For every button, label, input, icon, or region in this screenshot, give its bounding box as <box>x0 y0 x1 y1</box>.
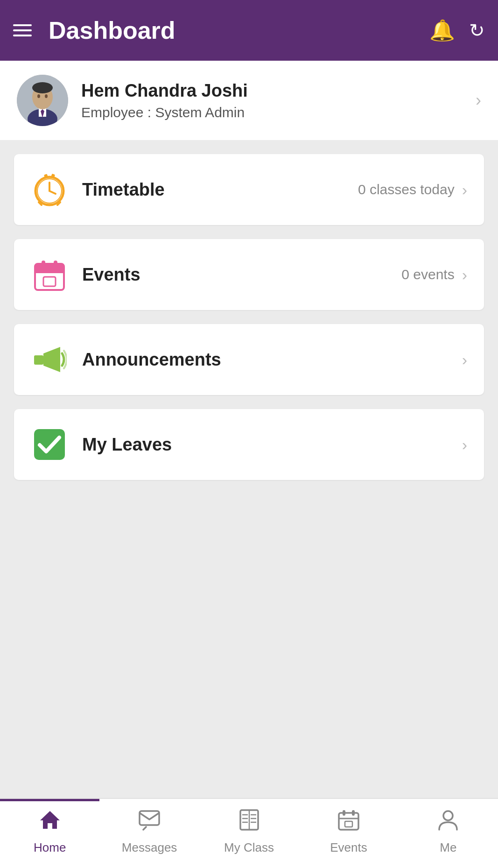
nav-item-me[interactable]: Me <box>399 799 498 868</box>
events-card[interactable]: Events 0 events › <box>14 239 484 310</box>
announcements-icon <box>31 341 68 378</box>
header-icons: 🔔 ↻ <box>429 18 485 42</box>
timetable-info: 0 classes today <box>358 182 455 198</box>
my-leaves-chevron-icon: › <box>462 436 467 454</box>
nav-my-class-label: My Class <box>224 840 274 855</box>
nav-home-label: Home <box>34 840 66 855</box>
announcements-label: Announcements <box>82 350 455 370</box>
announcements-card[interactable]: Announcements › <box>14 324 484 395</box>
home-icon <box>39 809 61 836</box>
my-leaves-card[interactable]: My Leaves › <box>14 409 484 480</box>
svg-point-7 <box>45 94 48 98</box>
nav-messages-label: Messages <box>122 840 177 855</box>
nav-item-messages[interactable]: Messages <box>99 799 199 868</box>
user-profile-card[interactable]: Hem Chandra Joshi Employee : System Admi… <box>0 61 498 140</box>
timetable-card[interactable]: Timetable 0 classes today › <box>14 154 484 225</box>
profile-chevron-icon: › <box>476 91 481 110</box>
nav-events-label: Events <box>330 840 367 855</box>
svg-rect-22 <box>34 355 43 365</box>
events-label: Events <box>82 265 401 285</box>
notification-bell-icon[interactable]: 🔔 <box>429 18 455 42</box>
nav-me-label: Me <box>440 840 456 855</box>
timetable-label: Timetable <box>82 180 358 200</box>
events-chevron-icon: › <box>462 266 467 284</box>
events-nav-icon <box>338 809 359 836</box>
messages-icon <box>139 809 160 836</box>
svg-rect-20 <box>54 261 57 268</box>
app-header: Dashboard 🔔 ↻ <box>0 0 498 61</box>
svg-rect-19 <box>42 261 45 268</box>
svg-marker-25 <box>40 811 60 829</box>
svg-rect-40 <box>345 821 352 827</box>
main-content: Timetable 0 classes today › Events 0 eve… <box>0 140 498 494</box>
my-leaves-icon <box>31 426 68 463</box>
bottom-navigation: Home Messages <box>0 798 498 868</box>
nav-item-events[interactable]: Events <box>299 799 398 868</box>
svg-rect-37 <box>343 810 345 816</box>
svg-point-41 <box>443 811 453 820</box>
svg-point-6 <box>37 94 40 98</box>
my-leaves-label: My Leaves <box>82 435 455 455</box>
svg-marker-23 <box>43 347 60 372</box>
user-role: Employee : System Admin <box>81 105 476 120</box>
announcements-chevron-icon: › <box>462 351 467 369</box>
user-info: Hem Chandra Joshi Employee : System Admi… <box>81 80 476 120</box>
my-class-icon <box>238 809 260 836</box>
avatar <box>17 75 68 126</box>
svg-line-27 <box>143 827 146 830</box>
timetable-chevron-icon: › <box>462 181 467 199</box>
events-icon <box>31 256 68 293</box>
nav-item-home[interactable]: Home <box>0 799 99 868</box>
user-name: Hem Chandra Joshi <box>81 80 476 102</box>
svg-rect-18 <box>35 269 64 273</box>
page-title: Dashboard <box>49 16 429 44</box>
menu-icon[interactable] <box>13 24 32 36</box>
events-info: 0 events <box>401 267 454 282</box>
timetable-icon <box>31 171 68 208</box>
svg-point-5 <box>32 82 53 93</box>
svg-rect-38 <box>352 810 355 816</box>
svg-rect-26 <box>140 811 159 825</box>
me-icon <box>437 809 459 836</box>
nav-item-my-class[interactable]: My Class <box>199 799 299 868</box>
refresh-icon[interactable]: ↻ <box>469 20 485 41</box>
